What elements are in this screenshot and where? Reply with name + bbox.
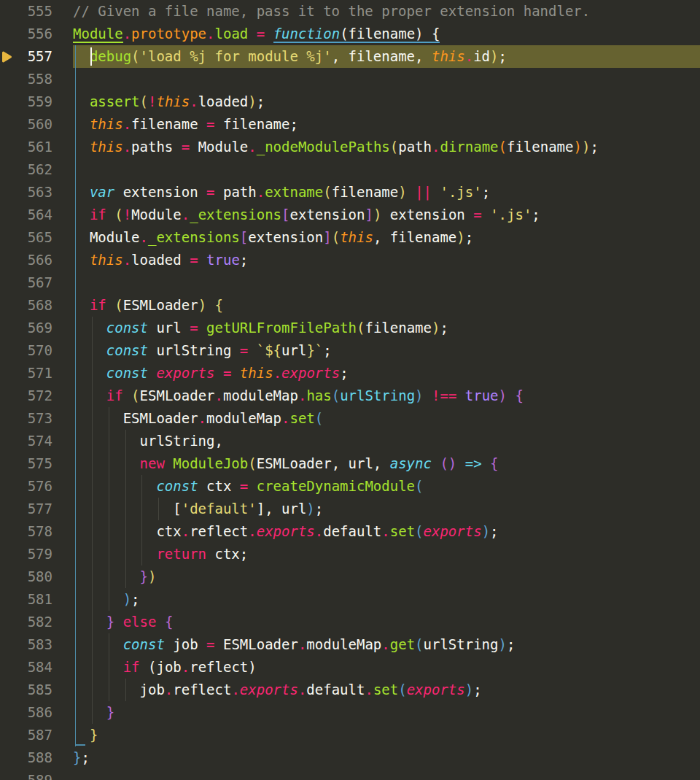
line-number[interactable]: 572 [28,385,52,407]
code-content[interactable]: const exports = this.exports; [73,362,700,385]
line-number[interactable]: 575 [28,452,52,475]
gutter-cell[interactable]: 561 [0,136,73,158]
gutter-cell[interactable]: 568 [0,294,73,317]
line-number[interactable]: 585 [28,679,52,701]
line-number[interactable]: 589 [28,769,52,780]
code-content[interactable]: Module.prototype.load = function(filenam… [73,23,700,45]
code-content[interactable]: var extension = path.extname(filename) |… [73,181,700,204]
code-content[interactable]: if (ESMLoader) { [73,294,700,317]
line-number[interactable]: 588 [28,746,52,769]
gutter-cell[interactable]: 559 [0,90,73,113]
gutter-cell[interactable]: 584 [0,656,73,679]
line-number[interactable]: 586 [28,701,52,724]
line-number[interactable]: 568 [28,294,52,317]
gutter-cell[interactable]: 579 [0,543,73,565]
code-content[interactable]: } [73,701,700,724]
line-number[interactable]: 566 [28,249,52,271]
line-number[interactable]: 578 [28,520,52,543]
gutter-cell[interactable]: 582 [0,611,73,633]
gutter-cell[interactable]: 587 [0,724,73,746]
line-number[interactable]: 560 [28,113,52,136]
line-number[interactable]: 570 [28,339,52,362]
code-content[interactable]: const job = ESMLoader.moduleMap.get(urlS… [73,633,700,656]
code-content[interactable]: this.paths = Module._nodeModulePaths(pat… [73,136,700,158]
gutter-cell[interactable]: 588 [0,746,73,769]
code-content[interactable]: const urlString = `${url}`; [73,339,700,362]
code-content[interactable]: if (!Module._extensions[extension]) exte… [73,204,700,226]
code-content[interactable]: } else { [73,611,700,633]
gutter-cell[interactable]: 589 [0,769,73,780]
code-content[interactable]: ctx.reflect.exports.default.set(exports)… [73,520,700,543]
line-number[interactable]: 582 [28,611,52,633]
code-content[interactable] [73,271,700,294]
line-number[interactable]: 562 [28,158,52,181]
line-number[interactable]: 580 [28,565,52,588]
gutter-cell[interactable]: 580 [0,565,73,588]
gutter-cell[interactable]: 566 [0,249,73,271]
gutter-cell[interactable]: 574 [0,430,73,452]
line-number[interactable]: 563 [28,181,52,204]
code-content[interactable]: ['default'], url); [73,498,700,520]
gutter-cell[interactable]: 556 [0,23,73,45]
gutter-cell[interactable]: 563 [0,181,73,204]
code-content[interactable] [73,769,700,780]
gutter-cell[interactable]: 578 [0,520,73,543]
gutter-cell[interactable]: 573 [0,407,73,430]
line-number[interactable]: 559 [28,90,52,113]
gutter-cell[interactable]: 567 [0,271,73,294]
line-number[interactable]: 574 [28,430,52,452]
code-content[interactable]: }) [73,565,700,588]
gutter-cell[interactable]: 558 [0,68,73,90]
code-content[interactable]: ESMLoader.moduleMap.set( [73,407,700,430]
line-number[interactable]: 579 [28,543,52,565]
line-number[interactable]: 571 [28,362,52,385]
line-number[interactable]: 564 [28,204,52,226]
gutter-cell[interactable]: 572 [0,385,73,407]
code-content[interactable]: const url = getURLFromFilePath(filename)… [73,317,700,339]
gutter-cell[interactable]: 575 [0,452,73,475]
gutter-cell[interactable]: 586 [0,701,73,724]
code-content[interactable]: return ctx; [73,543,700,565]
code-content[interactable]: }; [73,746,700,769]
code-content[interactable]: job.reflect.exports.default.set(exports)… [73,679,700,701]
code-content[interactable]: new ModuleJob(ESMLoader, url, async () =… [73,452,700,475]
line-number[interactable]: 577 [28,498,52,520]
code-content[interactable]: this.filename = filename; [73,113,700,136]
gutter-cell[interactable]: 560 [0,113,73,136]
line-number[interactable]: 581 [28,588,52,611]
code-content[interactable]: this.loaded = true; [73,249,700,271]
line-number[interactable]: 565 [28,226,52,249]
line-number[interactable]: 587 [28,724,52,746]
line-number[interactable]: 576 [28,475,52,498]
code-content[interactable] [73,68,700,90]
code-content-current-line[interactable]: debug('load %j for module %j', filename,… [73,45,700,68]
code-content[interactable]: urlString, [73,430,700,452]
gutter-cell[interactable]: 571 [0,362,73,385]
line-number[interactable]: 558 [28,68,52,90]
gutter-cell[interactable]: 570 [0,339,73,362]
code-content[interactable]: // Given a file name, pass it to the pro… [73,0,700,23]
line-number[interactable]: 573 [28,407,52,430]
code-content[interactable]: Module._extensions[extension](this, file… [73,226,700,249]
gutter-cell[interactable]: 585 [0,679,73,701]
gutter-cell[interactable]: 577 [0,498,73,520]
line-number[interactable]: 561 [28,136,52,158]
code-content[interactable]: assert(!this.loaded); [73,90,700,113]
line-number[interactable]: 557 [28,45,52,68]
gutter-cell[interactable]: 583 [0,633,73,656]
code-content[interactable]: } [73,724,700,746]
line-number[interactable]: 583 [28,633,52,656]
code-content[interactable]: const ctx = createDynamicModule( [73,475,700,498]
line-number[interactable]: 584 [28,656,52,679]
line-number[interactable]: 569 [28,317,52,339]
gutter-cell[interactable]: 555 [0,0,73,23]
code-content[interactable]: if (ESMLoader.moduleMap.has(urlString) !… [73,385,700,407]
line-number[interactable]: 556 [28,23,52,45]
line-number[interactable]: 567 [28,271,52,294]
gutter-cell[interactable]: 565 [0,226,73,249]
code-content[interactable]: ); [73,588,700,611]
code-content[interactable] [73,158,700,181]
gutter-cell[interactable]: 576 [0,475,73,498]
gutter-cell[interactable]: 557 [0,45,73,68]
line-number[interactable]: 555 [28,0,52,23]
